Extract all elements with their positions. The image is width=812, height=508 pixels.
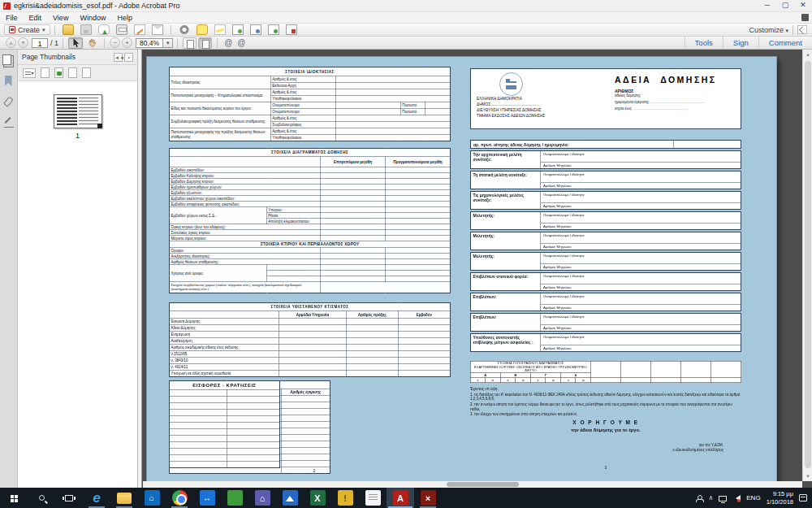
zoom-dropdown-icon[interactable]: ▼: [163, 38, 173, 48]
network-icon[interactable]: [719, 496, 727, 501]
sign-panel-button[interactable]: Sign: [723, 37, 758, 50]
table-title: ΣΤΟΙΧΕΙΑ ΤΟΠΟΓΡΑΦΙΚΟΥ ΔΙΑΓΡΑΜΜΑΤΟΣΕΞΑΡΤΗ…: [470, 361, 590, 372]
extract-pages-icon[interactable]: [68, 67, 77, 78]
vertical-scrollbar[interactable]: ▲ ▼: [802, 50, 812, 481]
expand-toolbar-icon[interactable]: [797, 25, 807, 34]
copy-pages-icon[interactable]: [41, 67, 50, 78]
menu-help[interactable]: Help: [111, 12, 138, 24]
taskbar-home-app-button[interactable]: ⌂: [248, 488, 276, 508]
table-row: Τίτλος ιδιοκτησίαςΑριθμός & έτος: [170, 76, 451, 83]
upload-cloud-icon[interactable]: [98, 24, 110, 35]
scrolling-mode-button[interactable]: [183, 37, 197, 49]
sidebar-attachments-button[interactable]: [2, 97, 15, 110]
taskbar-search-button[interactable]: [28, 488, 55, 508]
single-page-view-button[interactable]: [198, 37, 212, 49]
copy-page-icon[interactable]: [250, 24, 261, 35]
previous-page-button[interactable]: ▲: [6, 37, 16, 48]
volume-muted-icon[interactable]: [732, 495, 741, 501]
zoom-in-button[interactable]: +: [122, 37, 132, 48]
sub-label: Υποθηκοφυλακείο: [271, 96, 336, 102]
signature-line-2: ο εξουσιοδοτημένος υπάλληλος: [470, 448, 723, 453]
customize-button[interactable]: Customize ▾: [749, 26, 788, 34]
delete-pages-icon[interactable]: [82, 67, 91, 78]
sidebar-signatures-button[interactable]: [2, 118, 15, 131]
scroll-down-icon[interactable]: ▼: [803, 471, 812, 481]
collapse-panel-button[interactable]: ◄◄: [114, 53, 123, 62]
taskbar-file-explorer-button[interactable]: [110, 488, 138, 508]
panel-menu-button[interactable]: ▪: [124, 53, 133, 62]
menu-window[interactable]: Window: [74, 12, 111, 24]
start-button[interactable]: [0, 488, 28, 508]
table-row: Άδεια Δόμησης: [170, 325, 451, 332]
print-icon[interactable]: [116, 24, 127, 35]
page-number-input[interactable]: 1: [32, 38, 48, 48]
task-view-button[interactable]: [55, 488, 83, 508]
action-center-icon[interactable]: [799, 494, 807, 501]
hand-tool-button[interactable]: [84, 37, 99, 49]
tools-panel-button[interactable]: Tools: [685, 37, 723, 50]
comment-panel-button[interactable]: Comment: [758, 37, 812, 50]
panel-splitter[interactable]: [138, 50, 142, 488]
menu-view[interactable]: View: [47, 12, 74, 24]
create-button[interactable]: Create ▾: [4, 24, 50, 35]
taskbar-photos-button[interactable]: [276, 488, 304, 508]
highlight-icon[interactable]: [214, 24, 226, 35]
sidebar-page-thumbnails-button[interactable]: [2, 54, 15, 67]
show-hidden-icons[interactable]: ∧: [708, 494, 713, 501]
comment-bubble-icon[interactable]: [197, 24, 208, 35]
spiral-tool-icon[interactable]: @: [224, 38, 232, 47]
value-cell: [336, 83, 451, 89]
taskbar-acrobat-button[interactable]: A: [387, 488, 414, 508]
scrollbar-thumb[interactable]: [805, 61, 811, 468]
tray-people-icon[interactable]: [696, 495, 702, 501]
minimize-button[interactable]: ─: [758, 0, 776, 11]
email-icon[interactable]: [152, 24, 163, 35]
taskbar-security-app-button[interactable]: !: [331, 488, 359, 508]
taskbar-teamviewer-button[interactable]: ↔: [193, 488, 221, 508]
maximize-button[interactable]: ▢: [776, 0, 794, 11]
taskbar-pdf-app-button[interactable]: ×: [414, 488, 442, 508]
select-tool-button[interactable]: [68, 37, 83, 49]
valid-until-label: ισχύει έως: [615, 106, 632, 111]
page-thumbnails-icon: [2, 54, 11, 65]
horizontal-scrollbar[interactable]: [143, 481, 802, 488]
coord-label: x: [500, 378, 516, 383]
open-folder-icon[interactable]: [63, 24, 74, 35]
row-label: ν. 4014/11: [170, 364, 279, 371]
protocol-row: αρ. πρωτ. αίτησης άδειας δόμησης / ημερο…: [470, 140, 741, 149]
compose-icon[interactable]: [134, 24, 145, 35]
taskbar-chrome-button[interactable]: [166, 488, 193, 508]
taskbar-store-button[interactable]: ⌂: [138, 488, 166, 508]
coord-label: x: [560, 378, 576, 383]
close-button[interactable]: ✕: [794, 0, 812, 11]
page-thumbnail[interactable]: [54, 94, 102, 128]
menu-file[interactable]: File: [0, 12, 24, 24]
save-icon[interactable]: [80, 24, 92, 35]
registry-number-field: Αριθμός Μητρώου: [541, 345, 741, 351]
taskbar-excel-button[interactable]: X: [304, 488, 331, 508]
next-page-button[interactable]: ▼: [18, 37, 28, 48]
value-cell: [279, 351, 347, 358]
taskbar-edge-button[interactable]: e: [83, 488, 110, 508]
bookmark-page-icon[interactable]: [286, 24, 297, 35]
language-indicator[interactable]: ENG: [746, 494, 760, 501]
replace-pages-icon[interactable]: [54, 67, 63, 78]
zoom-level-input[interactable]: 80,4%: [136, 38, 163, 48]
taskbar-green-app-button[interactable]: [221, 488, 248, 508]
gear-icon[interactable]: [179, 24, 190, 35]
scroll-up-icon[interactable]: ▲: [803, 50, 812, 59]
value-cell: [279, 325, 347, 332]
options-menu-icon[interactable]: [23, 68, 36, 78]
sidebar-bookmarks-button[interactable]: [2, 76, 15, 89]
menu-edit[interactable]: Edit: [24, 12, 48, 24]
value-cell: [386, 185, 451, 190]
spiral-tool-icon[interactable]: @: [237, 38, 245, 47]
scrollbar-thumb[interactable]: [447, 482, 519, 487]
zoom-out-button[interactable]: −: [110, 37, 120, 48]
document-close-icon[interactable]: [801, 14, 809, 21]
insert-page-icon[interactable]: [268, 24, 279, 35]
value-cell: [336, 102, 401, 109]
taskbar-clock[interactable]: 9:15 μμ 1/10/2018: [767, 490, 793, 506]
taskbar-notepad-button[interactable]: [359, 488, 387, 508]
export-page-icon[interactable]: [232, 24, 244, 35]
